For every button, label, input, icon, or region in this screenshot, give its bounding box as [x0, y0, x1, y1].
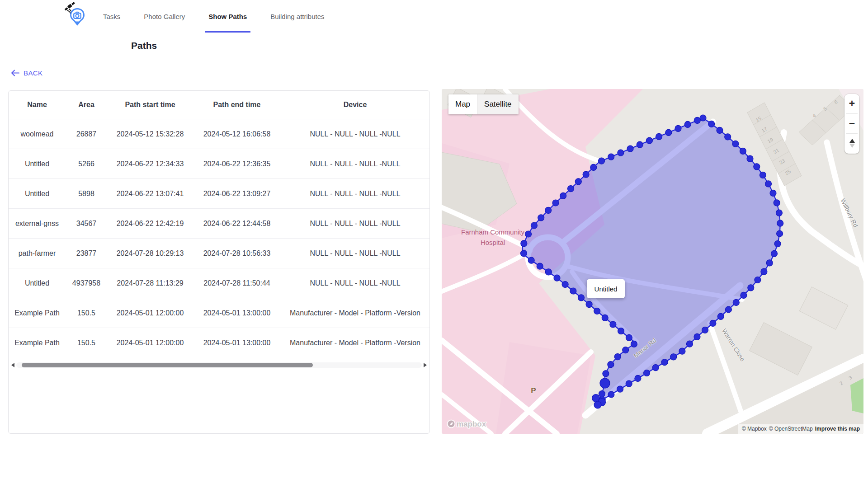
table-row[interactable]: Untitled49379582024-07-28 11:13:292024-0… — [9, 268, 429, 298]
path-vertex-dot[interactable] — [617, 386, 623, 392]
path-vertex-dot[interactable] — [733, 299, 739, 305]
path-vertex-dot[interactable] — [631, 341, 637, 347]
path-vertex-dot[interactable] — [761, 268, 767, 275]
path-vertex-dot[interactable] — [626, 380, 632, 387]
path-vertex-dot[interactable] — [537, 263, 543, 269]
path-vertex-dot[interactable] — [684, 121, 691, 127]
path-vertex-dot[interactable] — [656, 133, 662, 140]
path-vertex-dot[interactable] — [603, 371, 609, 377]
table-row[interactable]: woolmead268872024-05-12 15:32:282024-05-… — [9, 119, 429, 149]
path-vertex-dot[interactable] — [583, 171, 589, 178]
path-vertex-dot[interactable] — [599, 391, 605, 397]
path-vertex-dot[interactable] — [670, 354, 677, 360]
path-vertex-dot[interactable] — [545, 207, 552, 213]
path-vertex-dot[interactable] — [652, 365, 659, 371]
improve-map-link[interactable]: Improve this map — [815, 426, 860, 432]
path-vertex-dot[interactable] — [608, 154, 614, 160]
path-vertex-dot[interactable] — [570, 288, 576, 294]
scrollbar-track[interactable] — [16, 362, 422, 368]
table-row[interactable]: Untitled58982024-06-22 13:07:412024-06-2… — [9, 178, 429, 208]
path-vertex-dot[interactable] — [748, 285, 754, 291]
osm-attribution-link[interactable]: © OpenStreetMap — [769, 426, 813, 432]
path-vertex-dot[interactable] — [627, 145, 633, 152]
path-vertex-dot[interactable] — [777, 230, 783, 237]
path-vertex-dot[interactable] — [590, 164, 597, 170]
path-vertex-dot[interactable] — [614, 354, 621, 360]
path-vertex-dot[interactable] — [675, 125, 681, 131]
path-vertex-dot[interactable] — [765, 181, 772, 187]
path-vertex-dot[interactable] — [626, 334, 632, 341]
path-vertex-dot[interactable] — [717, 313, 724, 319]
path-vertex-dot[interactable] — [679, 348, 685, 354]
horizontal-scrollbar[interactable] — [11, 362, 427, 368]
pitch-toggle-button[interactable] — [844, 134, 859, 154]
path-vertex-dot[interactable] — [732, 141, 739, 147]
path-vertex-dot[interactable] — [562, 282, 568, 288]
path-vertex-dot[interactable] — [774, 200, 780, 206]
table-row[interactable]: path-farmer238772024-07-28 10:29:132024-… — [9, 238, 429, 268]
path-vertex-dot[interactable] — [708, 121, 715, 127]
path-vertex-dot[interactable] — [594, 308, 600, 314]
back-button[interactable]: BACK — [11, 69, 42, 77]
satellite-style-button[interactable]: Satellite — [477, 94, 518, 114]
app-logo[interactable] — [63, 2, 91, 30]
path-vertex-dot[interactable] — [725, 306, 731, 313]
path-vertex-dot[interactable] — [594, 401, 601, 408]
path-vertex-dot[interactable] — [686, 341, 693, 347]
path-vertex-dot[interactable] — [610, 321, 616, 328]
zoom-in-button[interactable]: + — [844, 94, 859, 113]
path-vertex-dot[interactable] — [776, 210, 782, 216]
path-vertex-dot[interactable] — [635, 375, 641, 381]
path-vertex-dot[interactable] — [545, 269, 552, 275]
tab-show-paths[interactable]: Show Paths — [208, 0, 247, 33]
path-vertex-dot[interactable] — [528, 257, 534, 263]
tab-tasks[interactable]: Tasks — [103, 0, 120, 33]
path-vertex-dot[interactable] — [740, 148, 746, 154]
path-vertex-dot[interactable] — [755, 277, 761, 283]
table-row[interactable]: Untitled52662024-06-22 12:34:332024-06-2… — [9, 149, 429, 178]
mapbox-logo[interactable]: mapbox — [446, 418, 490, 431]
path-vertex-dot[interactable] — [575, 178, 581, 185]
zoom-out-button[interactable]: − — [844, 114, 859, 133]
path-vertex-dot[interactable] — [700, 115, 706, 121]
path-vertex-dot[interactable] — [599, 158, 605, 164]
path-vertex-dot[interactable] — [774, 241, 781, 247]
path-vertex-dot[interactable] — [770, 190, 776, 196]
path-vertex-dot[interactable] — [600, 378, 610, 388]
path-vertex-dot[interactable] — [771, 250, 778, 257]
map-container[interactable]: 15171921232545623 Farnham Community Hosp… — [442, 89, 863, 434]
path-vertex-dot[interactable] — [725, 134, 731, 140]
path-vertex-dot[interactable] — [694, 333, 700, 340]
path-vertex-dot[interactable] — [618, 328, 624, 334]
path-vertex-dot[interactable] — [710, 320, 716, 326]
path-vertex-dot[interactable] — [747, 155, 753, 162]
path-vertex-dot[interactable] — [618, 150, 624, 156]
path-vertex-dot[interactable] — [717, 127, 723, 133]
tab-photo-gallery[interactable]: Photo Gallery — [144, 0, 185, 33]
path-vertex-dot[interactable] — [602, 314, 608, 321]
path-vertex-dot[interactable] — [560, 192, 566, 199]
path-vertex-dot[interactable] — [586, 301, 592, 308]
path-vertex-dot[interactable] — [568, 186, 574, 192]
path-vertex-dot[interactable] — [554, 275, 560, 281]
path-vertex-dot[interactable] — [702, 327, 708, 333]
path-vertex-dot[interactable] — [637, 141, 643, 148]
path-vertex-dot[interactable] — [623, 347, 629, 353]
path-vertex-dot[interactable] — [766, 260, 773, 266]
path-vertex-dot[interactable] — [538, 215, 544, 221]
path-vertex-dot[interactable] — [661, 359, 668, 366]
table-row[interactable]: Example Path150.52024-05-01 12:00:002024… — [9, 298, 429, 328]
path-vertex-dot[interactable] — [741, 292, 747, 298]
table-row[interactable]: external-gnss345672024-06-22 12:42:19202… — [9, 208, 429, 238]
path-vertex-dot[interactable] — [754, 164, 760, 170]
path-vertex-dot[interactable] — [644, 370, 650, 376]
path-vertex-dot[interactable] — [646, 137, 652, 144]
tab-building-attributes[interactable]: Building attributes — [270, 0, 324, 33]
path-vertex-dot[interactable] — [694, 117, 700, 123]
path-vertex-dot[interactable] — [760, 172, 766, 178]
scrollbar-thumb[interactable] — [22, 363, 313, 367]
table-row[interactable]: Example Path150.52024-05-01 12:00:002024… — [9, 328, 429, 357]
path-vertex-dot[interactable] — [552, 200, 559, 206]
mapbox-attribution-link[interactable]: © Mapbox — [742, 426, 767, 432]
map-style-button[interactable]: Map — [448, 94, 477, 114]
